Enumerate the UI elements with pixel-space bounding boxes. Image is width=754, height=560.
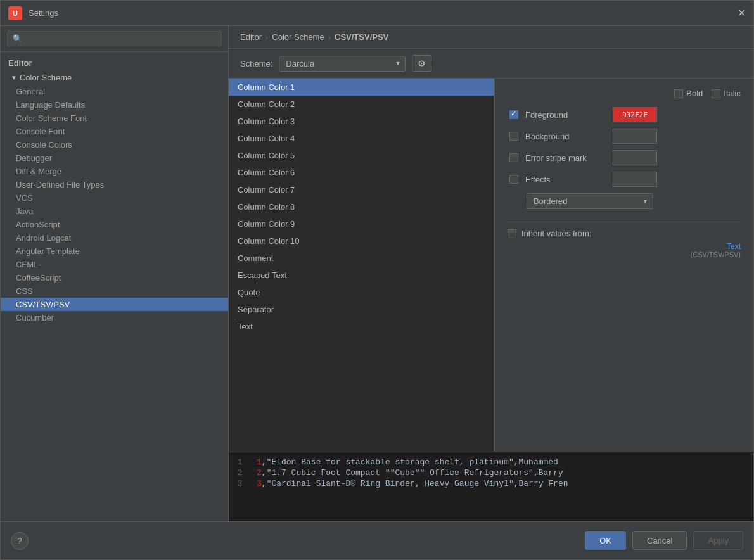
color-list-item-column-color-5[interactable]: Column Color 5	[229, 147, 494, 164]
main-content: Editor ▼ Color Scheme GeneralLanguage De…	[1, 26, 753, 521]
color-list-item-escaped-text[interactable]: Escaped Text	[229, 267, 494, 284]
sidebar-item-java[interactable]: Java	[1, 205, 228, 218]
bold-italic-row: Bold Italic	[508, 89, 741, 98]
sidebar-item-language-defaults[interactable]: Language Defaults	[1, 98, 228, 111]
color-list-item-column-color-4[interactable]: Column Color 4	[229, 130, 494, 147]
sidebar-item-vcs[interactable]: VCS	[1, 191, 228, 205]
effects-label: Effects	[525, 175, 608, 184]
effects-checkbox[interactable]	[509, 175, 518, 184]
sidebar-item-cfml[interactable]: CFML	[1, 258, 228, 271]
sidebar-item-general[interactable]: General	[1, 85, 228, 98]
inherit-checkbox[interactable]	[508, 229, 516, 238]
background-checkbox-area	[508, 132, 520, 141]
preview-line: 22,"1.7 Cubic Foot Compact ""Cube"" Offi…	[238, 468, 744, 478]
bold-checkbox[interactable]	[674, 89, 683, 98]
color-list-item-separator[interactable]: Separator	[229, 301, 494, 318]
sidebar-subsection-label: Color Scheme	[20, 73, 72, 82]
breadcrumb-sep-2: ›	[328, 32, 331, 42]
scheme-row: Scheme: Darcula Default High contrast ⚙	[229, 49, 753, 79]
scheme-select[interactable]: Darcula Default High contrast	[279, 56, 406, 72]
color-list-item-column-color-2[interactable]: Column Color 2	[229, 96, 494, 113]
scheme-label: Scheme:	[240, 59, 272, 68]
sidebar-item-cucumber[interactable]: Cucumber	[1, 311, 228, 324]
gear-button[interactable]: ⚙	[412, 55, 431, 72]
color-list-item-column-color-10[interactable]: Column Color 10	[229, 232, 494, 250]
effects-type-select[interactable]: Bordered Underscored Bold Underscored Un…	[527, 193, 653, 209]
color-list-item-column-color-9[interactable]: Column Color 9	[229, 215, 494, 232]
cancel-button[interactable]: Cancel	[632, 531, 687, 550]
preview-area: 11,"Eldon Base for stackable storage she…	[229, 452, 753, 521]
arrow-icon: ▼	[11, 74, 17, 81]
help-button[interactable]: ?	[11, 532, 29, 550]
error-stripe-color-swatch[interactable]	[613, 150, 657, 165]
color-list-item-column-color-7[interactable]: Column Color 7	[229, 181, 494, 198]
foreground-checkbox-area	[508, 110, 520, 119]
bold-checkbox-label[interactable]: Bold	[674, 89, 703, 98]
close-button[interactable]: ✕	[738, 7, 746, 19]
footer-right: OK Cancel Apply	[585, 531, 743, 550]
italic-label: Italic	[724, 89, 741, 98]
apply-button[interactable]: Apply	[693, 531, 743, 550]
effects-color-swatch[interactable]	[613, 172, 657, 187]
color-list-item-column-color-8[interactable]: Column Color 8	[229, 198, 494, 215]
background-row: Background	[508, 129, 741, 144]
inherit-link-container: Text (CSV/TSV/PSV)	[508, 242, 741, 258]
error-stripe-checkbox[interactable]	[509, 153, 518, 162]
sidebar-tree: Editor ▼ Color Scheme GeneralLanguage De…	[1, 52, 228, 521]
preview-line-text: 2,"1.7 Cubic Foot Compact ""Cube"" Offic…	[257, 468, 563, 478]
sidebar-item-console-font[interactable]: Console Font	[1, 125, 228, 138]
sidebar-item-coffeescript[interactable]: CoffeeScript	[1, 271, 228, 284]
foreground-checkbox[interactable]	[509, 110, 518, 119]
preview-line-num: 1	[238, 458, 250, 467]
inherit-section: Inherit values from: Text (CSV/TSV/PSV)	[508, 222, 741, 258]
breadcrumb-sep-1: ›	[265, 32, 268, 42]
color-list-item-comment[interactable]: Comment	[229, 250, 494, 267]
sidebar-item-color-scheme-font[interactable]: Color Scheme Font	[1, 111, 228, 125]
foreground-label: Foreground	[525, 110, 608, 120]
inherit-link[interactable]: Text	[508, 242, 741, 251]
search-input[interactable]	[7, 31, 222, 46]
settings-dialog: U Settings ✕ Editor ▼ Color Scheme Gener…	[0, 0, 754, 560]
right-panel: Editor › Color Scheme › CSV/TSV/PSV Sche…	[229, 26, 753, 521]
footer: ? OK Cancel Apply	[1, 521, 753, 559]
ok-button[interactable]: OK	[585, 531, 626, 550]
sidebar-item-css[interactable]: CSS	[1, 284, 228, 298]
sidebar-item-console-colors[interactable]: Console Colors	[1, 138, 228, 151]
sidebar-item-diff---merge[interactable]: Diff & Merge	[1, 165, 228, 178]
effects-dropdown-container: Bordered Underscored Bold Underscored Un…	[527, 193, 653, 209]
preview-line-text: 3,"Cardinal Slant-D® Ring Binder, Heavy …	[257, 479, 568, 488]
sidebar-item-actionscript[interactable]: ActionScript	[1, 218, 228, 231]
error-stripe-label: Error stripe mark	[525, 153, 608, 163]
sidebar-subsection-color-scheme[interactable]: ▼ Color Scheme	[1, 70, 228, 85]
sidebar-item-android-logcat[interactable]: Android Logcat	[1, 231, 228, 245]
background-color-swatch[interactable]	[613, 129, 657, 144]
sidebar-item-angular-template[interactable]: Angular Template	[1, 245, 228, 258]
color-list-item-column-color-6[interactable]: Column Color 6	[229, 164, 494, 181]
background-label: Background	[525, 132, 608, 141]
inherit-row: Inherit values from:	[508, 229, 741, 238]
preview-line: 11,"Eldon Base for stackable storage she…	[238, 457, 744, 467]
footer-left: ?	[11, 532, 29, 550]
sidebar-item-csv-tsv-psv[interactable]: CSV/TSV/PSV	[1, 298, 228, 311]
sidebar-items: GeneralLanguage DefaultsColor Scheme Fon…	[1, 85, 228, 324]
properties-panel: Bold Italic Foreground	[495, 79, 753, 452]
breadcrumb-editor: Editor	[240, 32, 262, 42]
color-list: Column Color 1Column Color 2Column Color…	[229, 79, 495, 452]
color-list-item-quote[interactable]: Quote	[229, 284, 494, 301]
breadcrumb: Editor › Color Scheme › CSV/TSV/PSV	[229, 26, 753, 49]
effects-dropdown-wrapper: Bordered Underscored Bold Underscored Un…	[527, 193, 741, 209]
search-box	[1, 26, 228, 52]
preview-line-num: 2	[238, 469, 250, 478]
color-list-item-column-color-1[interactable]: Column Color 1	[229, 79, 494, 96]
background-checkbox[interactable]	[509, 132, 518, 141]
foreground-color-swatch[interactable]: D32F2F	[613, 107, 657, 122]
color-list-item-text[interactable]: Text	[229, 318, 494, 335]
bold-label: Bold	[686, 89, 703, 98]
italic-checkbox-label[interactable]: Italic	[712, 89, 741, 98]
error-stripe-row: Error stripe mark	[508, 150, 741, 165]
sidebar-item-debugger[interactable]: Debugger	[1, 151, 228, 165]
italic-checkbox[interactable]	[712, 89, 720, 98]
editor-area: Column Color 1Column Color 2Column Color…	[229, 79, 753, 452]
color-list-item-column-color-3[interactable]: Column Color 3	[229, 113, 494, 130]
sidebar-item-user-defined-file-types[interactable]: User-Defined File Types	[1, 178, 228, 191]
